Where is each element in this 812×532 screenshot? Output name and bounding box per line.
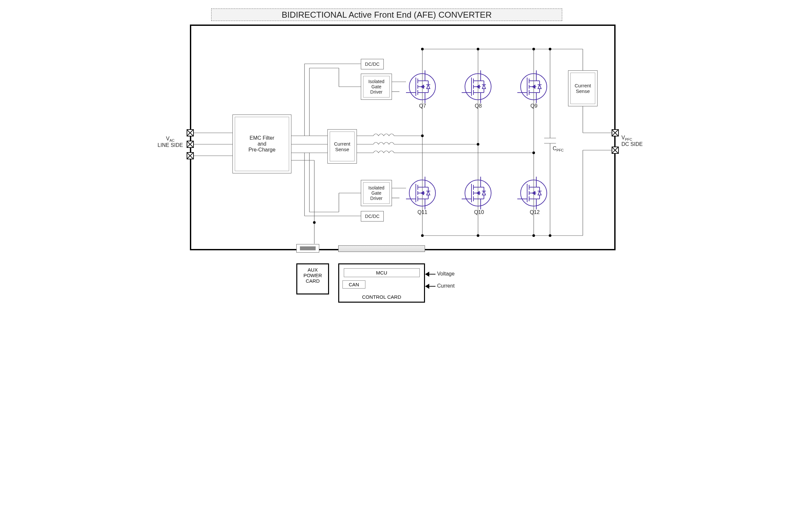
gate-driver-top-label: Isolated Gate Driver [363,76,390,98]
node [532,234,535,237]
vpfc-sub: PFC [625,137,632,141]
gate-driver-top: Isolated Gate Driver [361,74,392,100]
dc-port-label: VPFC DC SIDE [621,135,654,147]
node [532,48,535,50]
cpfc-c: C [553,146,556,151]
dc-side-label: DC SIDE [621,141,643,147]
dc-terminal-1 [612,129,619,136]
emc-filter-block: EMC Filter and Pre-Charge [232,115,291,173]
emc-filter-label: EMC Filter and Pre-Charge [235,117,289,171]
ac-terminal-2 [187,141,194,148]
q12-label: Q12 [530,209,540,215]
svg-marker-147 [426,272,429,276]
ac-terminal-1 [187,129,194,136]
node [477,143,479,146]
current-sense-out-label: Current Sense [570,73,595,104]
node [549,234,551,237]
control-connector [338,246,425,252]
can-block: CAN [343,280,365,289]
node [549,48,551,50]
dcdc-top: DC/DC [361,59,384,69]
node [477,48,479,50]
vac-v: V [166,136,170,141]
ac-port-label: VAC LINE SIDE [154,136,187,148]
cpfc-label: CPFC [553,146,564,152]
q7-label: Q7 [419,103,426,109]
svg-marker-149 [426,284,429,288]
q9-label: Q9 [531,103,537,109]
node [532,151,535,154]
q8-label: Q8 [475,103,482,109]
node [421,234,424,237]
dc-terminal-2 [612,147,619,154]
current-sense-in-label: Current Sense [330,132,354,161]
dcdc-bottom: DC/DC [361,211,384,222]
vac-sub: AC [170,138,175,142]
vpfc-v: V [621,135,625,141]
node [313,221,316,224]
dcdc-bottom-label: DC/DC [365,213,379,219]
current-sense-in: Current Sense [328,129,357,164]
mcu-block: MCU [344,268,420,277]
control-card: MCU CAN CONTROL CARD [338,263,425,302]
node [421,48,424,50]
control-card-title: CONTROL CARD [339,294,424,300]
diagram-canvas: BIDIRECTIONAL Active Front End (AFE) CON… [164,6,648,324]
aux-power-card: AUX POWER CARD [296,263,329,294]
current-sense-out: Current Sense [568,70,597,106]
node [421,134,424,137]
line-side-label: LINE SIDE [158,142,183,148]
node [477,234,479,237]
gate-driver-bottom-label: Isolated Gate Driver [363,182,390,204]
dcdc-top-label: DC/DC [365,61,379,67]
q10-label: Q10 [474,209,484,215]
aux-connector [296,244,319,253]
q11-label: Q11 [418,209,427,215]
cpfc-sub: PFC [556,148,564,152]
voltage-label: Voltage [437,271,454,277]
ac-terminal-3 [187,152,194,159]
gate-driver-bottom: Isolated Gate Driver [361,180,392,206]
current-label: Current [437,283,454,289]
diagram-title: BIDIRECTIONAL Active Front End (AFE) CON… [211,9,562,21]
